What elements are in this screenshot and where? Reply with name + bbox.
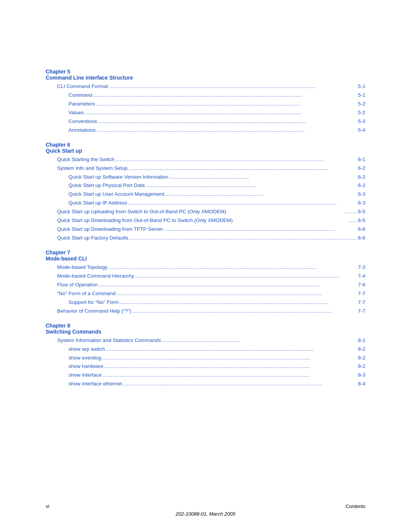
footer-left: vi [46, 503, 49, 509]
toc-entry[interactable]: Quick Start up IP Address ..............… [46, 199, 365, 208]
toc-entry[interactable]: Command ................................… [46, 91, 365, 100]
toc-entry[interactable]: Mode-based Command Hierarchy ...........… [46, 272, 365, 281]
chapter-6-header: Chapter 6 Quick Start up [46, 142, 365, 154]
chapter-8-header: Chapter 8 Switching Commands [46, 323, 365, 335]
chapter-7-header: Chapter 7 Mode-based CLI [46, 249, 365, 262]
toc-entry[interactable]: show eventlog ..........................… [46, 354, 365, 363]
toc-entry[interactable]: System Info and System Setup ...........… [46, 164, 365, 173]
footer-right: Contents [346, 503, 365, 509]
chapter-7-title: Mode-based CLI [46, 256, 365, 262]
toc-entry[interactable]: Quick Start up Downloading from Out-of-B… [46, 216, 365, 225]
toc-entry[interactable]: “No” Form of a Command .................… [46, 289, 365, 298]
toc-entry[interactable]: Annotations ............................… [46, 126, 365, 135]
chapter-5-header: Chapter 5 Command Line Interface Structu… [46, 69, 365, 81]
chapter-5-label: Chapter 5 [46, 69, 365, 75]
toc-entry[interactable]: Quick Starting the Switch ..............… [46, 155, 365, 164]
toc-entry[interactable]: Quick Start up Factory Defaults ........… [46, 234, 365, 243]
toc-entry[interactable]: Flow of Operation ......................… [46, 281, 365, 289]
chapter-5-section: Chapter 5 Command Line Interface Structu… [46, 69, 365, 135]
toc-entry[interactable]: show interface ethernet ................… [46, 380, 365, 388]
toc-entry[interactable]: Conventions ............................… [46, 117, 365, 126]
page-container: Chapter 5 Command Line Interface Structu… [0, 0, 411, 426]
toc-entry[interactable]: Behavior of Command Help (“?”) .........… [46, 307, 365, 316]
toc-entry[interactable]: Quick Start up Uploading from Switch to … [46, 208, 365, 216]
footer-center: 202-10088-01, March 2005 [0, 511, 411, 517]
toc-entry[interactable]: System Information and Statistics Comman… [46, 336, 365, 345]
toc-entry[interactable]: show interface .........................… [46, 371, 365, 380]
toc-entry[interactable]: Quick Start up Software Version Informat… [46, 173, 365, 182]
toc-entry[interactable]: show arp switch ........................… [46, 345, 365, 354]
chapter-8-title: Switching Commands [46, 329, 365, 335]
toc-entry[interactable]: Quick Start up Downloading from TFTP Ser… [46, 225, 365, 234]
toc-entry[interactable]: Values .................................… [46, 109, 365, 117]
chapter-6-title: Quick Start up [46, 148, 365, 154]
chapter-8-label: Chapter 8 [46, 323, 365, 329]
footer: vi Contents [46, 503, 365, 509]
toc-entry[interactable]: Quick Start up User Account Management .… [46, 190, 365, 199]
toc-entry[interactable]: Parameters .............................… [46, 100, 365, 109]
chapter-6-label: Chapter 6 [46, 142, 365, 148]
toc-entry[interactable]: Quick Start up Physical Port Data ......… [46, 181, 365, 190]
chapter-7-section: Chapter 7 Mode-based CLI Mode-based Topo… [46, 249, 365, 316]
toc-entry[interactable]: show hardware ..........................… [46, 362, 365, 371]
chapter-7-label: Chapter 7 [46, 249, 365, 256]
chapter-5-title: Command Line Interface Structure [46, 75, 365, 81]
toc-entry[interactable]: Support for “No” Form ..................… [46, 298, 365, 307]
toc-entry[interactable]: Mode-based Topology ....................… [46, 263, 365, 272]
chapter-6-section: Chapter 6 Quick Start up Quick Starting … [46, 142, 365, 243]
toc-entry[interactable]: CLI Command Format .....................… [46, 82, 365, 91]
chapter-8-section: Chapter 8 Switching Commands System Info… [46, 323, 365, 389]
